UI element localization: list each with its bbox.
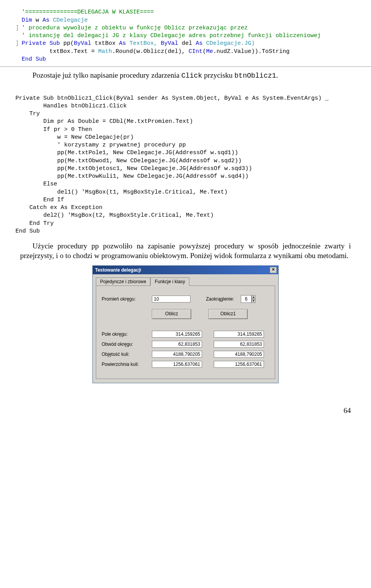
code-block-2: Private Sub btnOblicz1_Click(ByVal sende… <box>0 85 371 238</box>
output-obj-b[interactable] <box>214 351 264 358</box>
para1-text-c: przycisku <box>202 71 234 79</box>
code-block-1: '===============DELEGACJA W KLASIE==== D… <box>0 0 371 67</box>
chevron-down-icon[interactable]: ▼ <box>252 299 255 303</box>
label-obwod: Obwód okręgu: <box>102 342 152 347</box>
spinner-value[interactable] <box>241 295 252 303</box>
spinner-zaokraglenie[interactable]: ▲▼ <box>241 295 255 303</box>
label-promien: Promień okręgu: <box>102 296 152 302</box>
close-icon[interactable]: ✕ <box>270 267 277 273</box>
output-obwod-a[interactable] <box>152 341 202 348</box>
tab-pane: Promień okręgu: Zaokrąglenie: ▲▼ Oblicz … <box>96 286 275 379</box>
window-title: Testowanie delegacji <box>95 267 141 273</box>
chevron-up-icon[interactable]: ▲ <box>252 295 255 299</box>
page-number: 64 <box>0 406 351 415</box>
tab-pojedyncze[interactable]: Pojedyncze i zbiorowe <box>96 277 150 286</box>
button-oblicz1[interactable]: Oblicz1 <box>208 309 248 319</box>
para1-code-b: Click <box>181 72 202 80</box>
para1-code-d: btnOblicz1 <box>235 72 276 80</box>
label-zaokraglenie: Zaokrąglenie: <box>206 296 241 302</box>
button-oblicz[interactable]: Oblicz <box>152 309 191 319</box>
output-pole-a[interactable] <box>152 331 202 338</box>
paragraph-1: Pozostaje już tylko napisanie procedury … <box>20 71 351 80</box>
para1-text-a: Pozostaje już tylko napisanie procedury … <box>32 71 181 79</box>
titlebar: Testowanie delegacji ✕ <box>93 266 278 274</box>
output-obj-a[interactable] <box>152 351 202 358</box>
label-pole: Pole okręgu: <box>102 331 152 337</box>
output-pow-b[interactable] <box>214 361 264 368</box>
para1-text-e: . <box>276 71 278 79</box>
label-objetosc: Objętość kuli: <box>102 352 152 357</box>
tab-funkcje[interactable]: Funkcje i klasy <box>150 277 189 286</box>
label-powierzchnia: Powierzchnia kuli: <box>102 362 152 367</box>
output-obwod-b[interactable] <box>214 341 264 348</box>
input-promien[interactable] <box>152 296 191 302</box>
output-pole-b[interactable] <box>214 331 264 338</box>
output-pow-a[interactable] <box>152 361 202 368</box>
window-form: Testowanie delegacji ✕ Pojedyncze i zbio… <box>92 265 279 383</box>
paragraph-2: Użycie procedury pp pozwoliło na zapisan… <box>20 241 351 260</box>
